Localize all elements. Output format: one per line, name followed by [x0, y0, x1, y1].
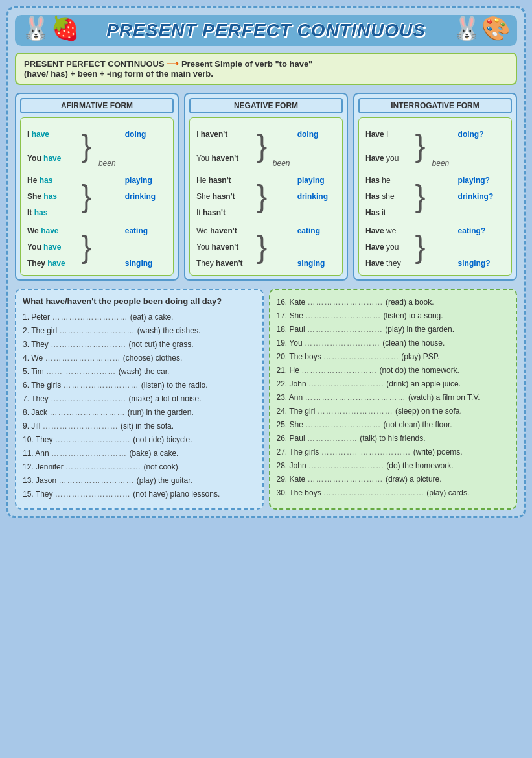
aff-he: He has: [27, 176, 52, 185]
item-num: 28.: [277, 461, 288, 470]
aff-we: We have: [27, 226, 58, 235]
neg-singing: singing: [297, 259, 325, 268]
list-item: 7. They ……………………… (make) a lot of noise.: [23, 393, 256, 405]
list-item: 12. Jennifer ……………………… (not cook).: [23, 461, 256, 473]
neg-we: We haven't: [196, 226, 237, 235]
item-subject: They: [36, 490, 53, 499]
exercise-right: 16. Kate ……………………… (read) a book.17. She…: [269, 289, 518, 510]
item-action: (play) cards.: [426, 488, 469, 497]
neg-you2: You haven't: [196, 243, 238, 252]
item-dots: ………………………: [318, 407, 393, 416]
negative-content: I haven't } been doing You haven't He ha…: [189, 117, 343, 276]
item-subject: The girls: [289, 447, 319, 456]
negative-header: NEGATIVE FORM: [189, 98, 343, 113]
item-dots: …… ………………: [46, 367, 116, 376]
item-dots: ………………………: [305, 420, 381, 429]
item-action: (listen) to a song.: [384, 311, 443, 320]
item-subject: Ann: [35, 449, 49, 458]
neg-been: been: [272, 122, 296, 204]
item-subject: The girl: [289, 407, 315, 416]
item-action: (wash) the dishes.: [137, 326, 200, 335]
list-item: 3. They ……………………… (not cut) the grass.: [23, 338, 256, 350]
rule-box: PRESENT PERFECT CONTINUOUS ⟶ Present Sim…: [15, 53, 517, 85]
item-dots: ………………………: [64, 381, 139, 390]
aff-you1: You have: [27, 154, 61, 163]
item-action: (do) the homework.: [386, 461, 453, 470]
int-has-she: Has she: [365, 192, 395, 201]
item-subject: Jennifer: [36, 462, 64, 471]
item-num: 19.: [277, 338, 288, 348]
interrogative-form: INTERROGATIVE FORM Have I } been doing? …: [353, 93, 517, 281]
item-dots: ………………………: [55, 435, 131, 444]
rule-text1: Present Simple of verb "to have": [181, 59, 312, 69]
item-action: (drink) an apple juice.: [386, 379, 461, 388]
item-subject: Paul: [290, 434, 305, 443]
item-num: 17.: [277, 311, 288, 320]
aff-eating: eating: [125, 226, 148, 235]
item-action: (read) a book.: [386, 298, 434, 307]
item-subject: The girls: [31, 381, 61, 390]
item-dots: ………………………: [308, 379, 384, 388]
item-num: 30.: [277, 488, 288, 497]
neg-you1: You haven't: [196, 154, 238, 163]
neg-i: I haven't: [196, 130, 227, 139]
item-subject: They: [31, 340, 49, 349]
item-action: (not cook).: [143, 462, 180, 471]
aff-it: It has: [27, 208, 47, 217]
affirmative-header: AFIRMATIVE FORM: [20, 98, 174, 113]
item-dots: ………………………: [323, 352, 399, 361]
item-action: (not clean) the floor.: [384, 420, 452, 429]
item-action: (run) in the garden.: [128, 408, 194, 417]
int-brace2: }: [413, 172, 430, 220]
list-item: 23. Ann ……………………………… (watch) a film on T…: [277, 392, 510, 403]
list-item: 27. The girls …………. ……………… (write) poems…: [277, 446, 510, 458]
item-action: (sleep) on the sofa.: [395, 407, 462, 416]
list-item: 26. Paul ……………… (talk) to his friends.: [277, 432, 510, 444]
affirmative-form: AFIRMATIVE FORM I have } been doing You …: [15, 93, 179, 281]
item-num: 9.: [23, 421, 29, 431]
item-action: (make) a lot of noise.: [129, 394, 202, 403]
neg-she: She hasn't: [196, 192, 235, 201]
int-been: been: [431, 122, 457, 204]
neg-doing: doing: [297, 130, 319, 139]
list-item: 9. Jill ……………………… (sit) in the sofa.: [23, 420, 256, 432]
item-num: 18.: [277, 325, 288, 334]
item-action: (not do) the homework.: [380, 366, 459, 375]
neg-it: It hasn't: [196, 208, 226, 217]
bunny-left-icon: 🐰🍓: [21, 15, 80, 42]
item-dots: ………………………: [308, 475, 384, 484]
neg-brace1: }: [255, 122, 272, 170]
list-item: 8. Jack ……………………… (run) in the garden.: [23, 407, 256, 418]
item-subject: John: [290, 461, 306, 470]
item-dots: ………………………: [58, 476, 134, 485]
int-has-it: Has it: [365, 208, 386, 217]
item-subject: Tim: [31, 367, 44, 376]
item-dots: ………………………: [49, 408, 125, 417]
aff-been2: [97, 223, 124, 271]
item-num: 3.: [23, 340, 29, 349]
int-singing: singing?: [458, 259, 491, 268]
item-num: 5.: [23, 367, 29, 376]
item-num: 8.: [23, 408, 29, 417]
neg-eating: eating: [297, 226, 320, 235]
item-subject: He: [290, 366, 299, 375]
item-num: 12.: [23, 462, 34, 471]
item-action: (play) PSP.: [401, 352, 439, 361]
item-num: 4.: [23, 353, 29, 362]
item-action: (eat) a cake.: [130, 313, 174, 322]
item-subject: You: [289, 338, 302, 348]
item-num: 23.: [277, 393, 288, 402]
item-dots: ………………………: [308, 461, 384, 470]
item-num: 2.: [23, 326, 29, 335]
negative-form: NEGATIVE FORM I haven't } been doing You…: [184, 93, 348, 281]
item-action: (talk) to his friends.: [360, 434, 425, 443]
list-item: 11. Ann ……………………… (bake) a cake.: [23, 447, 256, 459]
list-item: 15. They ……………………… (not have) piano less…: [23, 488, 256, 500]
item-dots: ………………………………: [305, 393, 406, 402]
aff-been: been: [97, 122, 124, 204]
int-eating: eating?: [458, 226, 486, 235]
item-action: (not ride) bicycle.: [133, 435, 192, 444]
exercise-title: What have/haven't the people been doing …: [23, 296, 256, 306]
aff-drinking: drinking: [125, 192, 156, 201]
item-action: (listen) to the radio.: [141, 381, 208, 390]
